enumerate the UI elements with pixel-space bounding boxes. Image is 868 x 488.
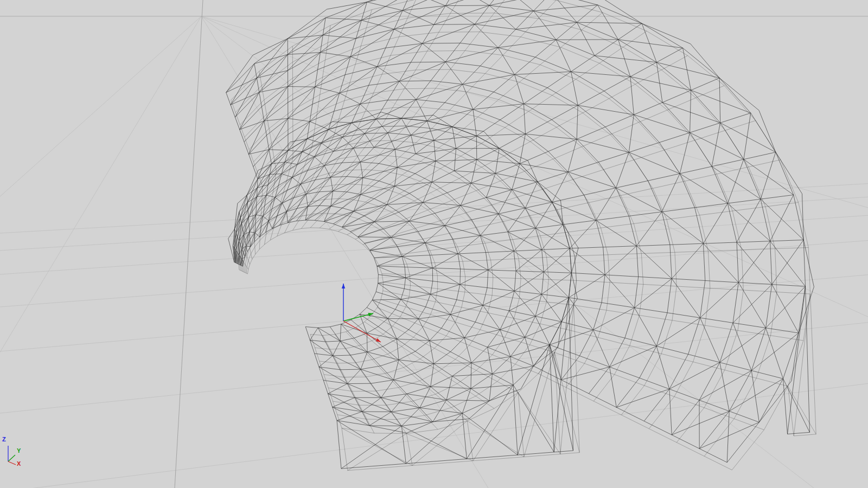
gizmo-arrowhead[interactable]: [342, 284, 345, 288]
wireframe-mesh[interactable]: [226, 0, 816, 471]
ground-grid: [0, 0, 868, 488]
axis-y-label: Y: [17, 448, 21, 454]
axis-z-label: Z: [2, 436, 6, 442]
scene-canvas: [0, 0, 868, 488]
axis-x-label: X: [17, 461, 21, 467]
viewport-3d-perspective[interactable]: Z Y X: [0, 0, 868, 488]
corner-axis-icon: [8, 446, 16, 465]
gizmo-arrowhead[interactable]: [376, 338, 381, 342]
